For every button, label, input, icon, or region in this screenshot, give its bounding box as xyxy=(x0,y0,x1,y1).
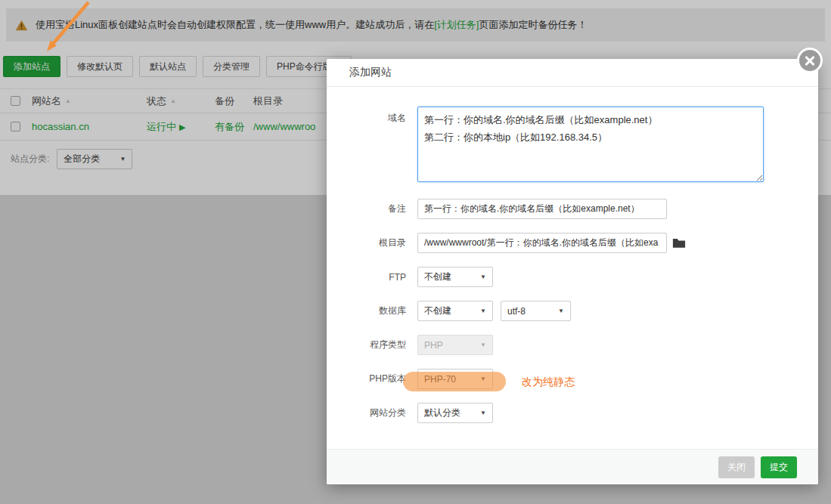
app-type-select: PHP ▼ xyxy=(417,335,493,355)
site-category-select[interactable]: 默认分类 ▼ xyxy=(417,403,493,423)
close-icon xyxy=(799,50,820,71)
screen: 使用宝塔Linux面板创建站点时会自动创建权限配置，统一使用www用户。建站成功… xyxy=(0,0,831,504)
note-input[interactable] xyxy=(417,199,667,219)
ftp-field-row: FTP 不创建 ▼ xyxy=(342,267,818,287)
database-select[interactable]: 不创建 ▼ xyxy=(417,301,493,321)
database-label: 数据库 xyxy=(342,305,406,317)
php-version-label: PHP版本 xyxy=(342,373,406,385)
charset-select[interactable]: utf-8 ▼ xyxy=(501,301,571,321)
chevron-down-icon: ▼ xyxy=(558,308,564,314)
php-version-select[interactable]: PHP-70 ▼ xyxy=(417,369,493,389)
chevron-down-icon: ▼ xyxy=(480,274,486,280)
domain-label: 域名 xyxy=(342,107,406,125)
chevron-down-icon: ▼ xyxy=(480,376,486,382)
note-field-row: 备注 xyxy=(342,199,818,219)
folder-icon[interactable] xyxy=(672,237,686,249)
ftp-select[interactable]: 不创建 ▼ xyxy=(417,267,493,287)
charset-select-value: utf-8 xyxy=(507,306,526,317)
modal-body: 域名 第一行：你的域名.你的域名后缀（比如example.net） 第二行：你的… xyxy=(327,87,818,423)
submit-button[interactable]: 提交 xyxy=(761,456,797,478)
php-version-select-value: PHP-70 xyxy=(424,374,456,385)
database-select-value: 不创建 xyxy=(424,305,451,317)
chevron-down-icon: ▼ xyxy=(480,308,486,314)
root-dir-label: 根目录 xyxy=(342,237,406,249)
root-dir-field-row: 根目录 xyxy=(342,233,818,253)
ftp-select-value: 不创建 xyxy=(424,271,451,283)
modal-title: 添加网站 xyxy=(349,66,392,79)
close-modal-button[interactable]: 关闭 xyxy=(718,456,755,478)
ftp-label: FTP xyxy=(342,272,406,283)
php-version-field-row: PHP版本 PHP-70 ▼ xyxy=(342,369,818,389)
chevron-down-icon: ▼ xyxy=(480,410,486,416)
domain-field-row: 域名 第一行：你的域名.你的域名后缀（比如example.net） 第二行：你的… xyxy=(342,107,818,182)
site-category-label: 网站分类 xyxy=(342,407,406,419)
modal-title-bar: 添加网站 xyxy=(327,59,818,87)
close-button[interactable] xyxy=(797,48,823,73)
root-dir-input[interactable] xyxy=(417,233,667,253)
database-field-row: 数据库 不创建 ▼ utf-8 ▼ xyxy=(342,301,818,321)
modal-footer: 关闭 提交 xyxy=(327,449,818,484)
app-type-label: 程序类型 xyxy=(342,339,406,351)
site-category-select-value: 默认分类 xyxy=(424,407,460,419)
domain-textarea[interactable]: 第一行：你的域名.你的域名后缀（比如example.net） 第二行：你的本地i… xyxy=(417,107,764,182)
add-site-modal: 添加网站 域名 第一行：你的域名.你的域名后缀（比如example.net） 第… xyxy=(327,59,818,484)
note-label: 备注 xyxy=(342,203,406,215)
app-type-field-row: 程序类型 PHP ▼ xyxy=(342,335,818,355)
chevron-down-icon: ▼ xyxy=(480,342,486,348)
app-type-select-value: PHP xyxy=(424,340,443,351)
site-category-field-row: 网站分类 默认分类 ▼ xyxy=(342,403,818,423)
annotation-change-to-static: 改为纯静态 xyxy=(522,376,575,389)
